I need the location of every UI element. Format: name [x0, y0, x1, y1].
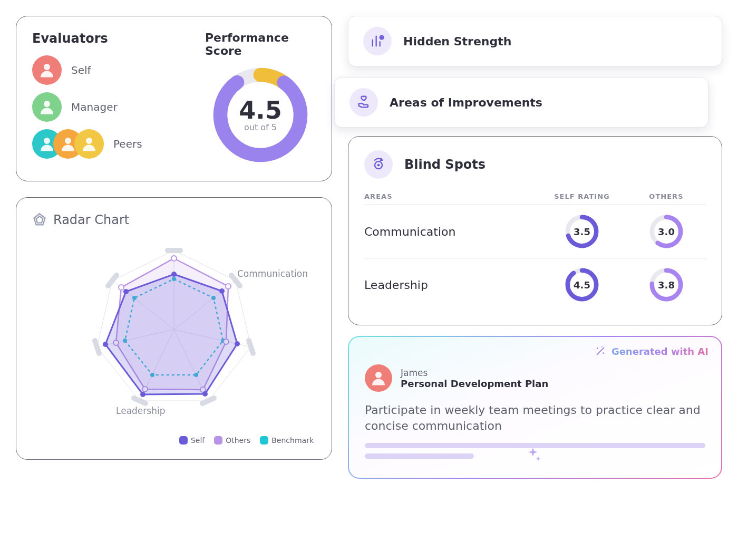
svg-point-43 [202, 391, 208, 397]
area-name: Leadership [364, 278, 537, 292]
bar-chart-plus-icon [363, 27, 392, 55]
svg-point-59 [603, 352, 604, 354]
mini-donut-others: 3.0 [648, 214, 684, 249]
svg-point-44 [140, 392, 145, 397]
hand-heart-icon [349, 88, 378, 117]
radar-axis-communication: Communication [237, 268, 308, 279]
areas-improvement-title: Areas of Improvements [390, 96, 542, 109]
radar-chart: Communication Leadership [32, 229, 316, 430]
svg-point-42 [235, 341, 240, 346]
col-others: OTHERS [627, 192, 706, 200]
mini-donut-others: 3.8 [648, 267, 684, 303]
area-name: Communication [364, 225, 537, 238]
mini-donut-self: 3.5 [564, 214, 600, 249]
evaluators-title: Evaluators [32, 31, 195, 46]
svg-point-58 [597, 347, 598, 349]
sparkle-icon [524, 446, 542, 466]
svg-line-18 [249, 341, 253, 353]
blind-spots-title: Blind Spots [404, 157, 485, 172]
svg-point-49 [377, 164, 380, 167]
legend-self: Self [191, 436, 205, 445]
svg-point-32 [171, 256, 177, 261]
plan-text: Participate in weekly team meetings to p… [365, 402, 705, 433]
svg-point-0 [44, 64, 50, 70]
evaluator-label: Peers [113, 138, 142, 150]
generated-with-ai-badge: Generated with AI [595, 345, 708, 357]
evaluators-score-card: Evaluators Self Manager [16, 16, 332, 181]
svg-point-60 [601, 346, 603, 347]
svg-point-33 [226, 284, 231, 289]
svg-point-38 [119, 285, 124, 290]
avatar-james [365, 364, 392, 392]
svg-point-40 [171, 272, 177, 277]
radar-axis-leadership: Leadership [116, 405, 165, 416]
radar-chart-card: Radar Chart [16, 197, 332, 460]
legend-benchmark: Benchmark [271, 436, 314, 445]
radar-legend: Self Others Benchmark [32, 432, 316, 445]
svg-point-4 [86, 138, 92, 144]
avatar-peers-stack [32, 129, 104, 159]
svg-point-3 [65, 138, 71, 144]
col-self: SELF RATING [537, 192, 627, 200]
avatar-peer-icon [74, 129, 104, 159]
person-name: James [401, 368, 548, 378]
evaluator-label: Manager [71, 101, 118, 113]
evaluator-row-manager: Manager [32, 92, 195, 122]
svg-point-1 [44, 101, 50, 107]
hidden-strength-card[interactable]: Hidden Strength [348, 16, 722, 66]
mini-donut-self: 4.5 [564, 267, 600, 303]
svg-point-45 [103, 342, 108, 347]
ai-plan-card: Generated with AI James Personal Develop… [348, 336, 722, 479]
evaluator-row-peers: Peers [32, 129, 195, 159]
placeholder-bar [365, 453, 474, 459]
svg-line-21 [95, 341, 99, 353]
svg-point-46 [123, 289, 129, 294]
performance-donut-chart: 4.5 out of 5 [210, 65, 310, 165]
svg-point-41 [219, 288, 225, 294]
pentagon-icon [32, 213, 47, 227]
avatar-manager [32, 92, 62, 122]
score-max: out of 5 [244, 122, 277, 132]
evaluator-row-self: Self [32, 55, 195, 85]
plan-subtitle: Personal Development Plan [401, 378, 548, 389]
legend-others: Others [226, 436, 250, 445]
svg-line-20 [134, 398, 145, 403]
score-value: 4.5 [239, 98, 282, 122]
svg-line-22 [108, 275, 116, 286]
areas-improvement-card[interactable]: Areas of Improvements [334, 77, 708, 128]
blind-table-header: AREAS SELF RATING OTHERS [364, 188, 706, 205]
hidden-strength-title: Hidden Strength [403, 35, 511, 48]
table-row: Leadership 4.5 3.8 [364, 258, 706, 311]
score-title: Performance Score [205, 31, 316, 57]
col-areas: AREAS [364, 192, 537, 200]
radar-title: Radar Chart [53, 213, 129, 227]
svg-point-61 [375, 372, 382, 378]
wand-icon [595, 345, 606, 357]
avatar-self [32, 55, 62, 85]
svg-point-2 [44, 138, 50, 144]
svg-line-19 [202, 398, 214, 403]
blind-spots-card: Blind Spots AREAS SELF RATING OTHERS Com… [348, 136, 722, 325]
table-row: Communication 3.5 3.0 [364, 205, 706, 258]
target-refresh-icon [364, 150, 393, 179]
evaluator-label: Self [71, 64, 91, 76]
